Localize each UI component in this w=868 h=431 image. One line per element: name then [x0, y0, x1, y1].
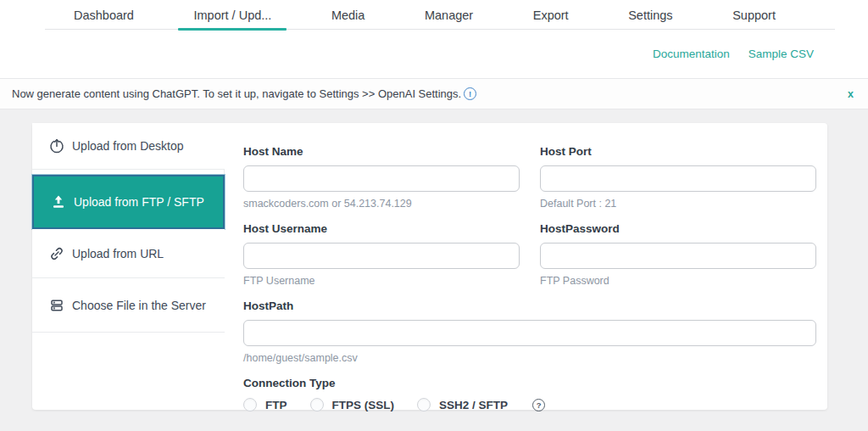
info-icon[interactable]: ! — [464, 87, 476, 100]
connection-type-options: FTP FTPS (SSL) SSH2 / SFTP ? — [243, 398, 816, 411]
sidebar-item-label: Upload from Desktop — [72, 139, 184, 153]
host-path-label: HostPath — [243, 299, 816, 312]
sample-csv-link[interactable]: Sample CSV — [748, 48, 814, 60]
host-path-hint: /home/guest/sample.csv — [243, 352, 816, 364]
host-name-field-group: Host Name smackcoders.com or 54.213.74.1… — [243, 145, 520, 210]
radio-ftps-ssl[interactable] — [310, 398, 324, 411]
help-icon[interactable]: ? — [532, 399, 545, 411]
main-nav-tabs: Dashboard Import / Upd... Media Manager … — [70, 0, 779, 30]
cloud-upload-icon — [49, 138, 64, 154]
host-username-field-group: Host Username FTP Username — [243, 222, 520, 287]
radio-ssh2-sftp[interactable] — [417, 398, 431, 411]
chatgpt-notice-bar: Now generate content using ChatGPT. To s… — [0, 78, 868, 109]
radio-ssh2-sftp-label: SSH2 / SFTP — [439, 399, 508, 411]
host-password-input[interactable] — [540, 243, 816, 269]
connection-type-field-group: Connection Type FTP FTPS (SSL) SSH2 / SF… — [243, 377, 816, 411]
link-icon — [49, 246, 64, 261]
sidebar-item-label: Upload from FTP / SFTP — [74, 195, 204, 209]
notice-text: Now generate content using ChatGPT. To s… — [12, 87, 461, 100]
host-username-input[interactable] — [243, 243, 520, 269]
tab-support[interactable]: Support — [729, 0, 779, 30]
host-port-field-group: Host Port Default Port : 21 — [540, 145, 816, 210]
host-port-input[interactable] — [540, 165, 816, 192]
tab-import-update[interactable]: Import / Upd... — [190, 0, 275, 30]
host-password-field-group: HostPassword FTP Password — [540, 222, 816, 287]
importer-page: Dashboard Import / Upd... Media Manager … — [0, 0, 868, 431]
tab-settings[interactable]: Settings — [625, 0, 676, 30]
radio-ftp-label: FTP — [265, 399, 287, 411]
host-name-label: Host Name — [243, 145, 520, 158]
host-username-hint: FTP Username — [243, 275, 520, 287]
upload-tray-icon — [51, 194, 66, 210]
host-password-hint: FTP Password — [540, 275, 816, 287]
upload-method-sidebar: Upload from Desktop Upload from FTP / SF… — [32, 123, 225, 333]
host-path-field-group: HostPath /home/guest/sample.csv — [243, 299, 816, 364]
sidebar-item-choose-server-file[interactable]: Choose File in the Server — [32, 278, 225, 333]
radio-ftps-ssl-label: FTPS (SSL) — [332, 399, 395, 411]
tab-export[interactable]: Export — [530, 0, 572, 30]
host-username-label: Host Username — [243, 222, 520, 235]
top-header: Dashboard Import / Upd... Media Manager … — [0, 0, 868, 78]
tab-dashboard[interactable]: Dashboard — [70, 0, 137, 30]
connection-type-label: Connection Type — [243, 377, 816, 389]
sidebar-item-upload-url[interactable]: Upload from URL — [32, 229, 225, 278]
host-name-input[interactable] — [243, 165, 520, 192]
host-name-hint: smackcoders.com or 54.213.74.129 — [243, 198, 520, 210]
host-port-label: Host Port — [540, 145, 816, 158]
sidebar-item-label: Choose File in the Server — [72, 299, 206, 312]
host-port-hint: Default Port : 21 — [540, 198, 816, 210]
server-icon — [49, 298, 64, 313]
sidebar-item-upload-ftp-sftp[interactable]: Upload from FTP / SFTP — [32, 175, 225, 229]
host-password-label: HostPassword — [540, 222, 816, 235]
radio-ftp[interactable] — [243, 398, 257, 411]
host-path-input[interactable] — [243, 320, 816, 346]
header-links: Documentation Sample CSV — [653, 48, 814, 60]
tab-media[interactable]: Media — [328, 0, 369, 30]
sidebar-item-label: Upload from URL — [72, 247, 164, 260]
tab-manager[interactable]: Manager — [421, 0, 476, 30]
sidebar-item-upload-desktop[interactable]: Upload from Desktop — [32, 123, 225, 170]
upload-card: Upload from Desktop Upload from FTP / SF… — [32, 123, 827, 410]
close-icon[interactable]: x — [848, 88, 854, 100]
documentation-link[interactable]: Documentation — [653, 48, 730, 60]
